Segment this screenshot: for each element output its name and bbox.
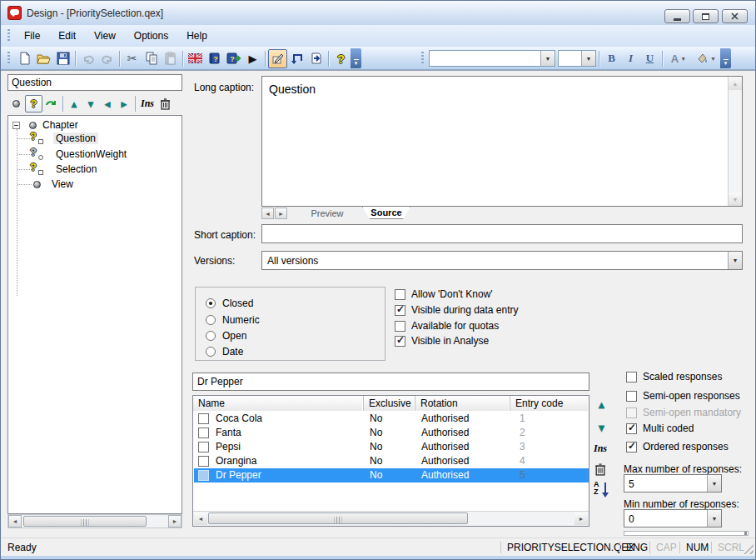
scroll-left-button[interactable]: ◄ <box>194 512 207 525</box>
insert-button[interactable]: Ins <box>138 95 157 112</box>
tab-scroll-left-button[interactable]: ◄ <box>261 208 274 219</box>
response-sort-button[interactable]: AZ <box>594 482 610 501</box>
toolbar-grip[interactable] <box>421 52 424 65</box>
table-row[interactable]: Orangina No Authorised 4 <box>194 454 589 468</box>
row-checkbox[interactable] <box>198 413 209 424</box>
checkbox-semi-open-responses[interactable]: Semi-open responses <box>626 390 740 402</box>
move-up-button[interactable]: ▲ <box>66 95 82 112</box>
font-color-button[interactable]: A▼ <box>665 49 692 68</box>
checkbox-visible-analyse[interactable]: ✓Visible in Analyse <box>395 335 489 347</box>
column-header-rotation[interactable]: Rotation <box>415 396 510 411</box>
help-button[interactable]: ? <box>331 49 351 68</box>
move-left-button[interactable]: ◄ <box>99 95 116 112</box>
tab-preview[interactable]: Preview <box>293 207 361 219</box>
checkbox-visible-data-entry[interactable]: ✓Visible during data entry <box>395 304 519 316</box>
column-header-exclusive[interactable]: Exclusive <box>364 396 415 411</box>
help-book-go-button[interactable]: ? <box>224 49 243 68</box>
checkbox-available-quotas[interactable]: Available for quotas <box>395 320 499 332</box>
refresh-button[interactable] <box>42 95 60 112</box>
dropdown-arrow-icon[interactable]: ▼ <box>707 510 721 527</box>
menubar-grip[interactable] <box>7 29 10 42</box>
item-name-input[interactable] <box>7 74 182 91</box>
minimize-button[interactable] <box>664 9 690 23</box>
row-checkbox[interactable] <box>198 456 209 467</box>
row-checkbox[interactable] <box>198 470 209 481</box>
table-row[interactable]: Fanta No Authorised 2 <box>194 426 589 440</box>
checkbox-scaled-responses[interactable]: Scaled responses <box>626 371 722 382</box>
radio-date[interactable]: Date <box>206 346 243 358</box>
run-button[interactable]: ▶ <box>243 49 262 68</box>
underline-button[interactable]: U <box>640 49 659 68</box>
textarea-vscrollbar[interactable]: ▲ ▼ <box>728 77 742 206</box>
tree-hscrollbar[interactable]: ◄ ► <box>7 514 182 528</box>
font-size-combo[interactable]: ▼ <box>558 50 596 67</box>
menu-file[interactable]: File <box>15 27 49 45</box>
open-button[interactable] <box>34 49 53 68</box>
radio-open[interactable]: Open <box>206 330 246 342</box>
menu-help[interactable]: Help <box>177 27 216 45</box>
scroll-thumb[interactable] <box>744 532 747 535</box>
tree-item-chapter[interactable]: Chapter <box>12 119 78 131</box>
panel-hscrollbar[interactable] <box>624 531 749 536</box>
new-document-button[interactable] <box>15 49 34 68</box>
move-right-button[interactable]: ► <box>116 95 132 112</box>
column-header-name[interactable]: Name <box>193 396 364 411</box>
radio-closed[interactable]: Closed <box>206 298 253 309</box>
radio-numeric[interactable]: Numeric <box>206 314 260 326</box>
response-move-up-button[interactable]: ▲ <box>596 398 607 411</box>
long-caption-textarea[interactable]: Question ▲ ▼ <box>261 76 743 207</box>
language-button[interactable] <box>186 49 205 68</box>
max-responses-combo[interactable]: 5 ▼ <box>624 474 722 492</box>
versions-combo[interactable]: All versions ▼ <box>261 251 743 270</box>
jump-back-button[interactable] <box>287 49 306 68</box>
scroll-thumb[interactable] <box>23 516 147 527</box>
undo-button[interactable] <box>78 49 97 68</box>
tree-item-view[interactable]: View <box>33 178 76 190</box>
scroll-down-button[interactable]: ▼ <box>729 192 742 206</box>
scroll-up-button[interactable]: ▲ <box>729 77 742 90</box>
copy-button[interactable] <box>142 49 161 68</box>
dropdown-arrow-icon[interactable]: ▼ <box>540 51 555 66</box>
table-hscrollbar[interactable]: ◄ ► <box>193 511 589 526</box>
tree-item-questionweight[interactable]: ? QuestionWeight <box>30 148 129 160</box>
item-type-ball-button[interactable] <box>7 95 25 112</box>
help-book-button[interactable]: ? <box>205 49 224 68</box>
column-header-entry-code[interactable]: Entry code <box>510 396 589 411</box>
menu-options[interactable]: Options <box>125 27 177 45</box>
tree-item-selection[interactable]: ? Selection <box>30 162 99 175</box>
row-checkbox[interactable] <box>198 428 209 438</box>
menu-view[interactable]: View <box>85 27 125 45</box>
response-delete-button[interactable] <box>594 462 606 476</box>
checkbox-multi-coded[interactable]: ✓Multi coded <box>626 422 694 434</box>
checkbox-ordered-responses[interactable]: ✓Ordered responses <box>626 441 729 452</box>
font-name-combo[interactable]: ▼ <box>429 50 555 67</box>
response-insert-button[interactable]: Ins <box>594 442 607 455</box>
dropdown-arrow-icon[interactable]: ▼ <box>581 51 595 66</box>
checkbox-semi-open-mandatory[interactable]: Semi-open mandatory <box>626 407 741 418</box>
restore-button[interactable] <box>693 9 719 23</box>
table-row[interactable]: Coca Cola No Authorised 1 <box>194 412 589 426</box>
save-button[interactable] <box>53 49 72 68</box>
cut-button[interactable]: ✂ <box>122 49 142 68</box>
dropdown-arrow-icon[interactable]: ▼ <box>707 475 721 492</box>
design-mode-button[interactable] <box>268 49 287 68</box>
tab-source[interactable]: Source <box>362 207 410 219</box>
toolbar-grip[interactable] <box>7 52 10 65</box>
paste-button[interactable] <box>161 49 180 68</box>
scroll-left-button[interactable]: ◄ <box>8 515 22 528</box>
scroll-right-button[interactable]: ► <box>168 515 182 528</box>
table-row-selected[interactable]: Dr Pepper No Authorised 5 <box>194 468 589 482</box>
checkbox-allow-dont-know[interactable]: Allow 'Don't Know' <box>395 288 493 300</box>
toolbar-overflow-button[interactable]: ▾ <box>351 48 361 68</box>
row-checkbox[interactable] <box>198 442 209 452</box>
move-down-button[interactable]: ▼ <box>82 95 99 112</box>
dropdown-arrow-icon[interactable]: ▼ <box>728 252 742 269</box>
tab-scroll-right-button[interactable]: ► <box>275 208 287 219</box>
toolbar-overflow-button[interactable]: ▾ <box>720 48 731 68</box>
resize-grip[interactable] <box>744 544 754 554</box>
tree-item-question[interactable]: ? Question <box>30 132 98 144</box>
menu-edit[interactable]: Edit <box>49 27 85 45</box>
min-responses-combo[interactable]: 0 ▼ <box>624 509 722 528</box>
delete-button[interactable] <box>157 95 174 112</box>
item-type-question-button[interactable]: ? <box>25 95 42 112</box>
